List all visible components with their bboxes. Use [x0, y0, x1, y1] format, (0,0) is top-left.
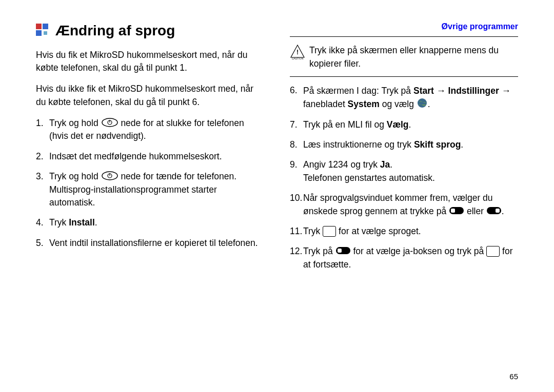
intro-paragraph-1: Hvis du fik et MikroSD hukommelseskort m… — [36, 49, 264, 75]
step-12: 12. Tryk på for at vælge ja-boksen og tr… — [303, 245, 518, 271]
power-icon — [101, 117, 118, 128]
caution-icon: ! CAUTION — [290, 44, 305, 63]
right-column: Øvrige programmer ! CAUTION Tryk ikke på… — [290, 20, 518, 377]
page-number: 65 — [509, 372, 518, 381]
divider — [290, 36, 518, 37]
svg-point-9 — [418, 98, 427, 108]
title-text: Ændring af sprog — [55, 20, 175, 42]
left-column: Ændring af sprog Hvis du fik et MikroSD … — [36, 20, 264, 377]
svg-rect-15 — [338, 249, 342, 253]
section-bullet-icon — [36, 24, 51, 38]
soft-left-icon — [335, 246, 351, 256]
divider — [290, 76, 518, 77]
power-icon — [101, 171, 118, 181]
ok-button-icon — [486, 246, 500, 257]
step-8: 8. Læs instruktionerne og tryk Skift spr… — [303, 138, 518, 151]
soft-left-icon — [449, 207, 464, 216]
soft-right-icon — [486, 207, 502, 216]
step-5: 5. Vent indtil installationsfilerne er k… — [49, 237, 264, 250]
svg-rect-13 — [496, 209, 500, 213]
step-4: 4. Tryk Install. — [49, 216, 264, 229]
step-9: 9. Angiv 1234 og tryk Ja. Telefonen gens… — [303, 158, 518, 184]
globe-icon — [417, 97, 428, 109]
svg-text:!: ! — [296, 49, 299, 56]
step-11: 11. Tryk for at vælge sproget. — [303, 225, 518, 238]
section-title: Ændring af sprog — [36, 20, 264, 42]
chapter-header-link[interactable]: Øvrige programmer — [290, 20, 518, 32]
step-7: 7. Tryk på en MLI fil og Vælg. — [303, 118, 518, 131]
ok-button-icon — [323, 226, 336, 237]
step-6: 6. På skærmen I dag: Tryk på Start → Ind… — [303, 84, 518, 111]
step-1: 1. Tryk og hold nede for at slukke for t… — [49, 117, 264, 143]
step-2: 2. Indsæt det medfølgende hukommelseskor… — [49, 150, 264, 163]
step-10: 10. Når sprogvalgsvinduet kommer frem, v… — [303, 192, 518, 218]
caution-note: ! CAUTION Tryk ikke på skærmen eller kna… — [290, 44, 518, 70]
svg-text:CAUTION: CAUTION — [292, 57, 304, 59]
step-3: 3. Tryk og hold nede for tænde for telef… — [49, 170, 264, 209]
intro-paragraph-2: Hvis du ikke fik et MikroSD hukommelsesk… — [36, 82, 264, 109]
svg-rect-11 — [451, 209, 455, 213]
